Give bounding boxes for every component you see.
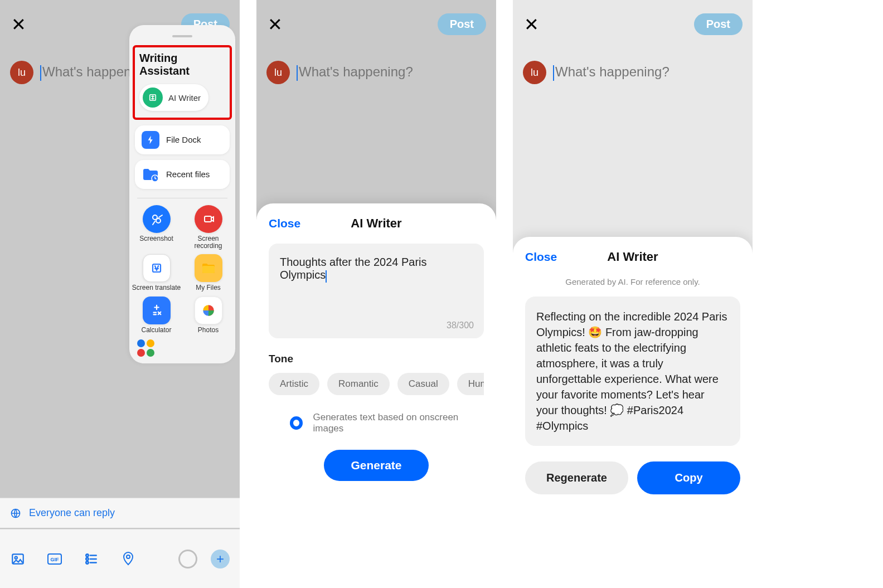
- tool-label: Screenshot: [139, 235, 173, 242]
- tool-grid: Screenshot Screen recording Screen trans…: [129, 203, 235, 336]
- compose-toolbar: GIF +: [0, 529, 240, 588]
- compose-row: lu What's happening?: [513, 41, 753, 84]
- tool-calculator[interactable]: Calculator: [132, 297, 181, 334]
- tone-label: Tone: [269, 353, 484, 365]
- ai-writer-icon: [143, 88, 163, 108]
- tone-chip-row[interactable]: Artistic Romantic Casual Humorous Emo: [269, 373, 484, 395]
- tool-screen-recording[interactable]: Screen recording: [183, 205, 233, 250]
- gif-icon[interactable]: GIF: [47, 551, 62, 567]
- sheet-header: Close AI Writer: [269, 217, 484, 230]
- highlight-box: Writing Assistant AI Writer: [133, 45, 232, 120]
- prompt-input[interactable]: Thoughts after the 2024 Paris Olympics 3…: [269, 244, 484, 338]
- sheet-close-button[interactable]: Close: [525, 250, 557, 264]
- recent-files-label: Recent files: [166, 170, 210, 179]
- ai-writer-pill[interactable]: AI Writer: [139, 84, 208, 111]
- add-thread-button[interactable]: +: [211, 550, 230, 568]
- sheet-title: AI Writer: [607, 250, 658, 264]
- ai-writer-sheet: Close AI Writer Thoughts after the 2024 …: [256, 203, 496, 588]
- phone-screen-1: ✕ Post lu What's happenin Writing Assist…: [0, 0, 240, 588]
- tool-photos[interactable]: Photos: [183, 297, 233, 334]
- compose-row: lu What's happening?: [256, 41, 496, 84]
- radio-selected-icon[interactable]: [290, 416, 303, 430]
- tool-screenshot[interactable]: Screenshot: [132, 205, 181, 250]
- svg-point-14: [86, 561, 88, 563]
- reply-scope-label: Everyone can reply: [29, 507, 115, 519]
- recent-files-icon: [142, 166, 159, 183]
- tool-my-files[interactable]: My Files: [183, 254, 233, 291]
- close-icon[interactable]: ✕: [523, 14, 540, 35]
- screen-translate-icon: [143, 254, 171, 282]
- compose-placeholder[interactable]: What's happenin: [40, 64, 142, 81]
- generated-text: Reflecting on the incredible 2024 Paris …: [536, 309, 729, 434]
- text-cursor: [553, 65, 554, 81]
- svg-point-12: [86, 554, 88, 556]
- tone-chip-humorous[interactable]: Humorous: [457, 373, 484, 395]
- location-icon[interactable]: [120, 551, 136, 567]
- poll-icon[interactable]: [84, 551, 99, 567]
- text-cursor: [326, 270, 327, 283]
- file-dock-icon: [142, 131, 159, 149]
- file-dock-item[interactable]: File Dock: [135, 125, 230, 154]
- phone-screen-3: ✕ Post lu What's happening? Close AI Wri…: [513, 0, 753, 588]
- tone-chip-casual[interactable]: Casual: [397, 373, 449, 395]
- screenshot-icon: [143, 205, 171, 233]
- generate-button[interactable]: Generate: [324, 450, 428, 481]
- recent-files-item[interactable]: Recent files: [135, 160, 230, 189]
- text-cursor: [297, 65, 298, 81]
- avatar[interactable]: lu: [266, 61, 290, 84]
- photos-icon: [195, 297, 222, 324]
- close-icon[interactable]: ✕: [266, 14, 283, 35]
- action-row: Regenerate Copy: [525, 461, 740, 494]
- ai-disclaimer: Generated by AI. For reference only.: [525, 277, 740, 286]
- svg-point-15: [127, 555, 130, 558]
- regenerate-button[interactable]: Regenerate: [525, 461, 628, 494]
- close-icon[interactable]: ✕: [10, 14, 27, 35]
- text-cursor: [40, 65, 41, 81]
- avatar[interactable]: lu: [10, 61, 33, 84]
- svg-point-9: [15, 556, 17, 558]
- ai-writer-sheet: Close AI Writer Generated by AI. For ref…: [513, 237, 753, 588]
- drag-handle[interactable]: [172, 35, 192, 37]
- reply-scope-bar[interactable]: Everyone can reply: [0, 498, 240, 528]
- tool-label: Screen translate: [132, 284, 181, 291]
- radio-label: Generates text based on onscreen images: [313, 412, 484, 434]
- compose-placeholder[interactable]: What's happening?: [553, 64, 669, 81]
- tool-label: Screen recording: [183, 235, 233, 250]
- topbar: ✕ Post: [513, 0, 753, 41]
- tool-screen-translate[interactable]: Screen translate: [132, 254, 181, 291]
- tone-chip-romantic[interactable]: Romantic: [327, 373, 390, 395]
- post-button[interactable]: Post: [438, 13, 486, 35]
- svg-rect-4: [205, 216, 211, 222]
- more-apps-cluster[interactable]: [137, 339, 159, 357]
- my-files-icon: [195, 254, 222, 282]
- copy-button[interactable]: Copy: [637, 461, 740, 494]
- tool-label: Calculator: [141, 327, 171, 334]
- tool-label: Photos: [198, 327, 219, 334]
- sheet-title: AI Writer: [351, 216, 401, 231]
- avatar[interactable]: lu: [523, 61, 546, 84]
- prompt-text: Thoughts after the 2024 Paris Olympics: [280, 256, 427, 281]
- tone-chip-artistic[interactable]: Artistic: [269, 373, 319, 395]
- svg-text:GIF: GIF: [51, 557, 60, 562]
- ai-writer-label: AI Writer: [168, 93, 201, 103]
- compose-placeholder[interactable]: What's happening?: [297, 64, 413, 81]
- phone-screen-2: ✕ Post lu What's happening? Close AI Wri…: [256, 0, 496, 588]
- calculator-icon: [143, 297, 171, 324]
- svg-rect-6: [202, 266, 215, 273]
- sheet-header: Close AI Writer: [525, 250, 740, 264]
- svg-point-3: [156, 218, 161, 223]
- topbar: ✕ Post: [256, 0, 496, 41]
- writing-assistant-title: Writing Assistant: [138, 52, 226, 77]
- char-progress-circle: [178, 550, 197, 568]
- file-dock-label: File Dock: [166, 135, 201, 145]
- char-count: 38/300: [447, 320, 474, 331]
- globe-icon: [10, 508, 21, 519]
- image-toggle-row[interactable]: Generates text based on onscreen images: [290, 412, 484, 434]
- post-button[interactable]: Post: [694, 13, 743, 35]
- sheet-close-button[interactable]: Close: [269, 217, 300, 230]
- generated-output[interactable]: Reflecting on the incredible 2024 Paris …: [525, 297, 740, 446]
- divider: [137, 198, 227, 198]
- screen-recording-icon: [195, 205, 222, 233]
- svg-point-13: [86, 557, 88, 560]
- image-icon[interactable]: [10, 551, 26, 567]
